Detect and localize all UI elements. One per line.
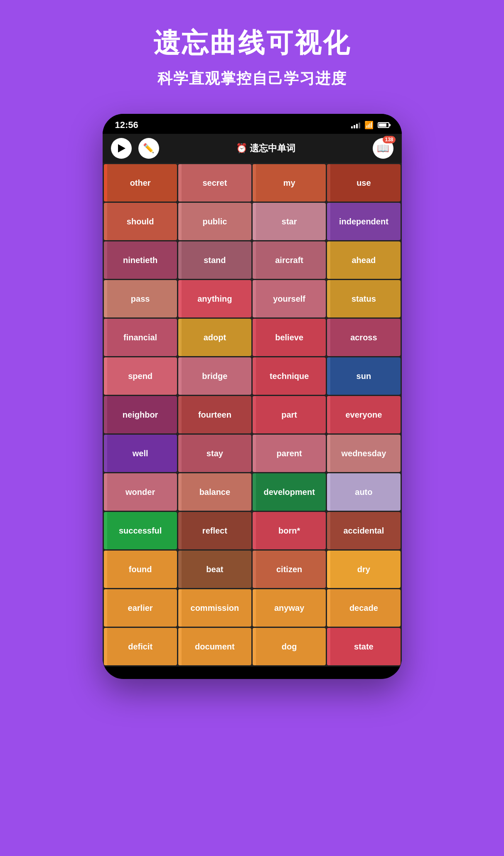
accent-bar (178, 396, 182, 433)
main-title: 遗忘曲线可视化 (153, 25, 351, 61)
word-label: found (129, 565, 152, 574)
word-cell[interactable]: status (327, 280, 400, 317)
word-label: part (281, 410, 297, 420)
word-label: secret (202, 178, 227, 188)
word-cell[interactable]: stay (178, 435, 251, 472)
word-cell[interactable]: state (327, 628, 400, 665)
word-cell[interactable]: ninetieth (104, 241, 177, 279)
accent-bar (178, 589, 182, 627)
word-cell[interactable]: development (253, 473, 326, 511)
accent-bar (104, 589, 107, 627)
word-cell[interactable]: financial (104, 319, 177, 356)
word-cell[interactable]: sun (327, 357, 400, 395)
word-cell[interactable]: wednesday (327, 435, 400, 472)
word-cell[interactable]: found (104, 551, 177, 588)
word-label: everyone (345, 410, 382, 420)
word-cell[interactable]: yourself (253, 280, 326, 317)
word-cell[interactable]: use (327, 164, 400, 202)
word-cell[interactable]: part (253, 396, 326, 433)
play-button[interactable] (111, 138, 132, 159)
accent-bar (327, 164, 330, 202)
app-bar: ✏️ ⏰ 遗忘中单词 📖 138 (103, 134, 402, 163)
accent-bar (327, 319, 330, 356)
status-icons: 📶 (351, 121, 389, 130)
accent-bar (178, 319, 182, 356)
word-label: aircraft (275, 256, 303, 265)
word-label: dog (282, 642, 297, 652)
accent-bar (327, 241, 330, 279)
word-label: reflect (202, 526, 227, 536)
word-cell[interactable]: secret (178, 164, 251, 202)
edit-button[interactable]: ✏️ (138, 138, 159, 159)
word-cell[interactable]: pass (104, 280, 177, 317)
word-label: spend (128, 371, 152, 381)
accent-bar (178, 512, 182, 549)
word-cell[interactable]: believe (253, 319, 326, 356)
word-cell[interactable]: anything (178, 280, 251, 317)
word-label: public (202, 217, 227, 226)
accent-bar (104, 551, 107, 588)
word-cell[interactable]: adopt (178, 319, 251, 356)
accent-bar (178, 628, 182, 665)
word-label: parent (277, 449, 302, 458)
accent-bar (327, 357, 330, 395)
word-cell[interactable]: balance (178, 473, 251, 511)
word-label: believe (275, 333, 303, 342)
word-cell[interactable]: aircraft (253, 241, 326, 279)
word-cell[interactable]: born* (253, 512, 326, 549)
word-cell[interactable]: document (178, 628, 251, 665)
accent-bar (253, 589, 256, 627)
word-cell[interactable]: spend (104, 357, 177, 395)
word-cell[interactable]: well (104, 435, 177, 472)
word-cell[interactable]: deficit (104, 628, 177, 665)
word-cell[interactable]: ahead (327, 241, 400, 279)
word-cell[interactable]: parent (253, 435, 326, 472)
word-label: neighbor (123, 410, 158, 420)
word-cell[interactable]: stand (178, 241, 251, 279)
word-cell[interactable]: beat (178, 551, 251, 588)
word-cell[interactable]: dry (327, 551, 400, 588)
word-cell[interactable]: should (104, 203, 177, 240)
accent-bar (104, 435, 107, 472)
accent-bar (253, 396, 256, 433)
word-cell[interactable]: neighbor (104, 396, 177, 433)
word-cell[interactable]: decade (327, 589, 400, 627)
word-cell[interactable]: anyway (253, 589, 326, 627)
word-cell[interactable]: everyone (327, 396, 400, 433)
word-cell[interactable]: public (178, 203, 251, 240)
word-label: across (350, 333, 377, 342)
word-cell[interactable]: my (253, 164, 326, 202)
accent-bar (104, 357, 107, 395)
status-time: 12:56 (115, 120, 138, 130)
word-cell[interactable]: dog (253, 628, 326, 665)
word-cell[interactable]: star (253, 203, 326, 240)
word-cell[interactable]: other (104, 164, 177, 202)
book-badge-button[interactable]: 📖 138 (373, 138, 393, 159)
word-label: financial (123, 333, 157, 342)
word-cell[interactable]: auto (327, 473, 400, 511)
word-cell[interactable]: reflect (178, 512, 251, 549)
word-label: other (130, 178, 151, 188)
word-cell[interactable]: across (327, 319, 400, 356)
word-cell[interactable]: accidental (327, 512, 400, 549)
word-cell[interactable]: successful (104, 512, 177, 549)
accent-bar (178, 241, 182, 279)
word-cell[interactable]: citizen (253, 551, 326, 588)
word-cell[interactable]: fourteen (178, 396, 251, 433)
word-cell[interactable]: technique (253, 357, 326, 395)
word-label: stay (207, 449, 223, 458)
accent-bar (253, 164, 256, 202)
accent-bar (104, 203, 107, 240)
word-label: earlier (128, 603, 153, 613)
accent-bar (253, 280, 256, 317)
word-cell[interactable]: bridge (178, 357, 251, 395)
word-cell[interactable]: independent (327, 203, 400, 240)
word-cell[interactable]: wonder (104, 473, 177, 511)
accent-bar (178, 357, 182, 395)
accent-bar (327, 589, 330, 627)
word-cell[interactable]: earlier (104, 589, 177, 627)
word-cell[interactable]: commission (178, 589, 251, 627)
word-label: beat (206, 565, 223, 574)
accent-bar (104, 473, 107, 511)
badge-count: 138 (383, 136, 395, 143)
